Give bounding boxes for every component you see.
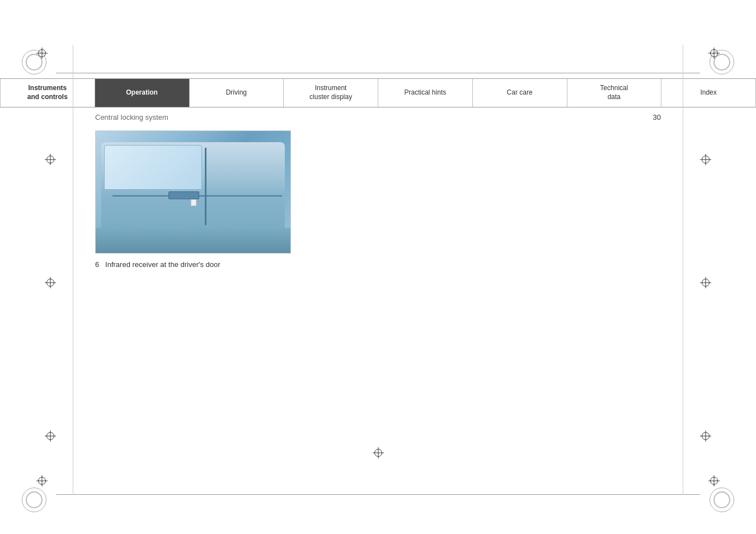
content-area: Central locking system 30 P72 0-2356-26 … [0,107,756,280]
nav-item-instrument-cluster[interactable]: Instrument cluster display [284,79,378,107]
section-title: Central locking system [95,113,168,121]
reg-mark-right-bot [697,428,714,444]
reg-mark-left-bot [42,428,59,444]
image-container: P72 0-2356-26 [95,130,661,254]
nav-item-operation[interactable]: Operation [95,79,190,107]
nav-bar: Instruments and controls Operation Drivi… [0,78,756,107]
door-handle [168,191,199,199]
image-code: P72 0-2356-26 [251,245,288,251]
nav-item-index[interactable]: Index [661,79,756,107]
nav-item-technical-data[interactable]: Technical data [567,79,662,107]
nav-item-driving[interactable]: Driving [190,79,284,107]
border-bottom-line [56,494,700,495]
page-header: Central locking system 30 [95,113,661,121]
page-number: 30 [653,113,661,121]
car-door-image: P72 0-2356-26 [95,130,291,254]
reg-mark-corner-bl [34,472,50,489]
reg-mark-center-bot [370,444,387,461]
car-window [104,145,202,190]
ir-receiver [191,199,196,206]
image-caption: 6 Infrared receiver at the driver's door [95,260,661,269]
caption-text: Infrared receiver at the driver's door [105,260,220,269]
reg-mark-corner-tr [706,45,722,62]
border-top-line [56,73,700,73]
caption-number: 6 [95,260,99,269]
reg-mark-corner-tl [34,45,50,62]
door-vertical-line [205,148,206,225]
nav-item-practical-hints[interactable]: Practical hints [378,79,473,107]
deco-circle-br [713,491,730,508]
nav-item-car-care[interactable]: Car care [473,79,567,107]
deco-circle-bl [26,491,43,508]
reg-mark-corner-br [706,472,722,489]
nav-item-instruments-controls[interactable]: Instruments and controls [0,79,95,107]
